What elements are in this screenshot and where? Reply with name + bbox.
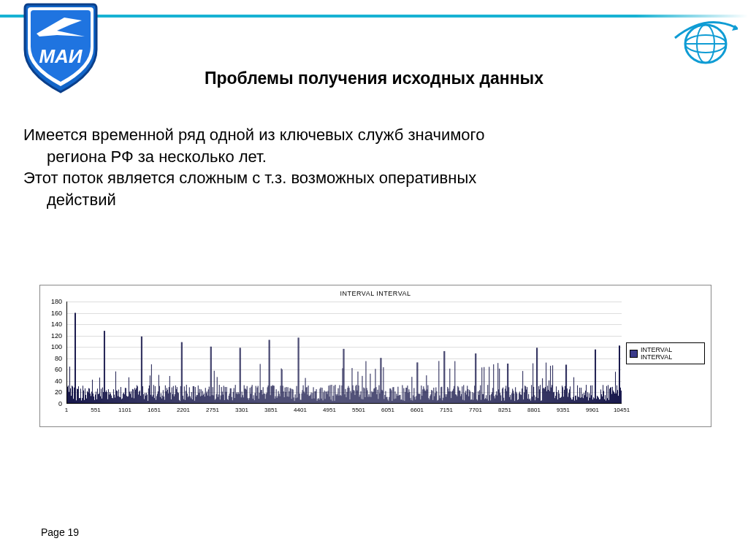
- svg-rect-461: [400, 395, 400, 403]
- svg-rect-335: [308, 386, 309, 403]
- svg-rect-223: [226, 387, 227, 403]
- svg-rect-449: [391, 390, 392, 403]
- svg-rect-592: [495, 394, 496, 403]
- svg-rect-287: [273, 386, 274, 403]
- svg-rect-127: [156, 396, 157, 403]
- svg-rect-395: [351, 368, 352, 403]
- svg-rect-348: [318, 399, 318, 403]
- svg-rect-361: [327, 394, 328, 403]
- svg-rect-39: [92, 380, 93, 403]
- svg-rect-112: [145, 396, 146, 403]
- svg-rect-53: [102, 388, 103, 403]
- svg-rect-97: [134, 388, 135, 403]
- svg-rect-192: [204, 394, 205, 403]
- svg-rect-579: [486, 395, 486, 403]
- svg-rect-411: [363, 388, 364, 403]
- svg-rect-193: [205, 396, 205, 403]
- svg-rect-601: [502, 388, 503, 403]
- svg-rect-296: [280, 396, 280, 403]
- svg-rect-421: [370, 397, 371, 403]
- svg-rect-35: [89, 388, 90, 403]
- svg-rect-446: [389, 397, 389, 403]
- svg-rect-758: [617, 386, 617, 403]
- svg-rect-237: [237, 392, 237, 403]
- svg-rect-589: [493, 364, 494, 403]
- y-tick-label: 180: [42, 299, 62, 305]
- svg-rect-271: [262, 390, 262, 403]
- svg-rect-242: [240, 348, 241, 403]
- svg-rect-440: [384, 395, 385, 403]
- svg-rect-393: [350, 391, 351, 403]
- svg-rect-328: [303, 386, 304, 403]
- svg-rect-22: [80, 398, 80, 403]
- body-line-1: Имеется временной ряд одной из ключевых …: [23, 126, 484, 144]
- svg-rect-559: [471, 399, 472, 403]
- svg-rect-51: [101, 388, 102, 403]
- interval-chart: INTERVAL INTERVAL 0204060801001201401601…: [39, 285, 711, 427]
- y-tick-label: 60: [42, 367, 62, 373]
- svg-rect-141: [167, 388, 167, 403]
- svg-rect-29: [85, 388, 85, 403]
- svg-rect-631: [524, 392, 524, 403]
- svg-rect-347: [317, 401, 318, 403]
- svg-rect-204: [213, 387, 213, 403]
- x-tick-label: 9901: [586, 407, 599, 413]
- svg-rect-564: [475, 353, 476, 403]
- svg-rect-469: [405, 388, 406, 403]
- svg-rect-330: [305, 393, 305, 403]
- svg-rect-639: [530, 399, 530, 403]
- svg-rect-379: [340, 395, 341, 403]
- svg-rect-553: [467, 386, 468, 403]
- svg-rect-528: [449, 391, 449, 403]
- svg-rect-300: [283, 386, 283, 403]
- svg-rect-66: [112, 398, 112, 403]
- svg-rect-194: [205, 388, 206, 403]
- svg-rect-232: [233, 392, 234, 403]
- svg-rect-131: [159, 386, 160, 403]
- svg-rect-276: [265, 399, 266, 403]
- svg-rect-574: [482, 394, 483, 403]
- svg-rect-739: [603, 385, 603, 403]
- svg-rect-243: [241, 397, 242, 403]
- svg-rect-293: [278, 396, 278, 403]
- svg-rect-250: [246, 390, 247, 403]
- svg-rect-620: [516, 392, 516, 403]
- svg-rect-8: [69, 367, 70, 403]
- y-tick-label: 100: [42, 344, 62, 350]
- svg-rect-220: [224, 400, 225, 403]
- svg-rect-455: [395, 399, 396, 403]
- svg-rect-74: [118, 396, 118, 403]
- svg-rect-166: [185, 400, 186, 403]
- svg-rect-610: [508, 387, 509, 403]
- svg-rect-670: [552, 365, 553, 403]
- svg-rect-322: [299, 337, 299, 403]
- svg-rect-185: [199, 393, 199, 403]
- svg-rect-625: [519, 391, 520, 403]
- svg-rect-111: [145, 393, 145, 403]
- svg-rect-47: [98, 394, 99, 403]
- svg-rect-85: [126, 388, 126, 403]
- svg-rect-724: [592, 386, 592, 403]
- svg-rect-612: [510, 395, 511, 403]
- svg-rect-9: [70, 388, 71, 403]
- svg-rect-672: [554, 392, 554, 403]
- svg-rect-404: [358, 386, 359, 403]
- x-tick-label: 9351: [557, 407, 570, 413]
- svg-rect-155: [177, 387, 178, 403]
- body-line-4: действий: [23, 189, 725, 211]
- svg-rect-305: [286, 387, 287, 403]
- svg-rect-350: [319, 399, 320, 403]
- svg-rect-253: [248, 400, 249, 403]
- svg-rect-498: [427, 389, 427, 403]
- svg-rect-483: [416, 396, 416, 403]
- svg-rect-380: [341, 396, 342, 403]
- svg-rect-585: [490, 400, 491, 403]
- svg-rect-247: [244, 386, 245, 403]
- svg-rect-535: [454, 386, 454, 403]
- svg-rect-641: [531, 385, 532, 403]
- svg-rect-309: [289, 391, 290, 403]
- svg-rect-437: [382, 391, 383, 403]
- svg-rect-79: [121, 399, 122, 403]
- svg-rect-82: [123, 393, 124, 403]
- svg-rect-362: [328, 391, 329, 403]
